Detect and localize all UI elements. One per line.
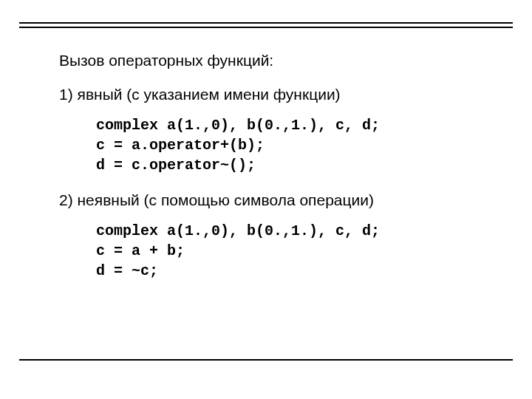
top-rule-1 bbox=[19, 22, 513, 24]
top-rule-2 bbox=[19, 27, 513, 28]
section-2-label: 2) неявный (с помощью символа операции) bbox=[59, 191, 495, 209]
section-2-code: complex a(1.,0), b(0.,1.), c, d; c = a +… bbox=[96, 221, 495, 281]
slide: Вызов операторных функций: 1) явный (с у… bbox=[0, 0, 532, 399]
heading: Вызов операторных функций: bbox=[59, 52, 495, 69]
section-1-code: complex a(1.,0), b(0.,1.), c, d; c = a.o… bbox=[96, 115, 495, 175]
bottom-rule bbox=[19, 359, 513, 361]
content-block: Вызов операторных функций: 1) явный (с у… bbox=[59, 52, 495, 297]
section-1-label: 1) явный (с указанием имени функции) bbox=[59, 86, 495, 103]
